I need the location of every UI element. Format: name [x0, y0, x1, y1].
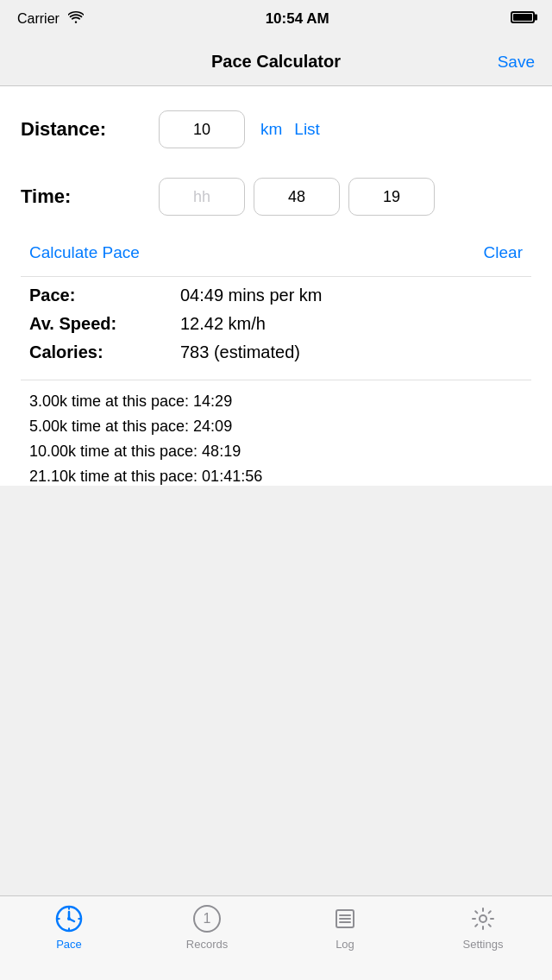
- unit-button[interactable]: km: [260, 120, 282, 139]
- distance-row: Distance: km List: [21, 104, 531, 155]
- pace-icon-wrap: [53, 903, 85, 934]
- speed-value: 12.42 km/h: [180, 314, 266, 334]
- calculate-pace-button[interactable]: Calculate Pace: [29, 243, 140, 262]
- pace-time-row: 3.00k time at this pace: 14:29: [29, 393, 523, 411]
- calories-label: Calories:: [29, 342, 180, 362]
- log-icon-wrap: [329, 903, 361, 934]
- pace-times-section: 3.00k time at this pace: 14:295.00k time…: [21, 380, 531, 486]
- calories-value: 783 (estimated): [180, 342, 300, 362]
- tab-settings[interactable]: Settings: [414, 903, 552, 951]
- pace-label: Pace:: [29, 286, 180, 305]
- nav-bar: Pace Calculator Save: [0, 38, 552, 86]
- time-label: Time:: [21, 185, 159, 208]
- time-ss-input[interactable]: [348, 178, 435, 216]
- status-carrier: Carrier: [17, 11, 84, 27]
- svg-point-12: [480, 915, 486, 922]
- list-button[interactable]: List: [294, 120, 320, 139]
- tab-records[interactable]: 1 Records: [138, 903, 276, 951]
- time-inputs: [159, 178, 435, 216]
- tab-records-label: Records: [186, 938, 228, 951]
- tab-log-label: Log: [336, 938, 354, 951]
- tab-log[interactable]: Log: [276, 903, 414, 951]
- distance-input[interactable]: [159, 110, 245, 148]
- log-icon: [333, 907, 357, 931]
- main-content: Distance: km List Time: Calculate Pace C…: [0, 86, 552, 486]
- time-row: Time:: [21, 171, 531, 223]
- pace-time-row: 21.10k time at this pace: 01:41:56: [29, 468, 523, 486]
- status-time: 10:54 AM: [266, 10, 329, 28]
- pace-time-row: 5.00k time at this pace: 24:09: [29, 418, 523, 436]
- save-button[interactable]: Save: [498, 53, 535, 72]
- tab-pace[interactable]: Pace: [0, 903, 138, 951]
- time-mm-input[interactable]: [254, 178, 340, 216]
- battery-icon: [511, 11, 535, 27]
- records-icon-wrap: 1: [191, 903, 223, 934]
- status-bar: Carrier 10:54 AM: [0, 0, 552, 38]
- calories-result-row: Calories: 783 (estimated): [29, 342, 523, 362]
- wifi-icon: [68, 11, 84, 26]
- results-section: Pace: 04:49 mins per km Av. Speed: 12.42…: [21, 276, 531, 380]
- speed-result-row: Av. Speed: 12.42 km/h: [29, 314, 523, 334]
- tab-pace-label: Pace: [56, 938, 82, 951]
- svg-point-3: [67, 917, 71, 920]
- records-badge: 1: [193, 905, 221, 933]
- distance-label: Distance:: [21, 118, 159, 141]
- settings-icon-wrap: [467, 903, 499, 934]
- tab-bar: Pace 1 Records Log Settings: [0, 895, 552, 980]
- page-title: Pace Calculator: [211, 52, 341, 72]
- pace-result-row: Pace: 04:49 mins per km: [29, 286, 523, 305]
- pace-time-row: 10.00k time at this pace: 48:19: [29, 443, 523, 461]
- tab-settings-label: Settings: [463, 938, 504, 951]
- gear-icon: [471, 907, 495, 931]
- time-hh-input[interactable]: [159, 178, 245, 216]
- clear-button[interactable]: Clear: [484, 243, 523, 262]
- clock-icon: [55, 905, 83, 933]
- pace-value: 04:49 mins per km: [180, 286, 323, 305]
- speed-label: Av. Speed:: [29, 314, 180, 334]
- actions-row: Calculate Pace Clear: [21, 238, 531, 276]
